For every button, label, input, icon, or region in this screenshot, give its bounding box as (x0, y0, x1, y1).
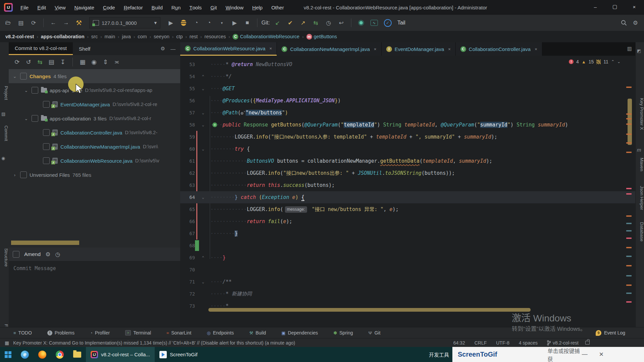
taskbar-edge-icon[interactable]: e (16, 347, 34, 362)
run-icon[interactable]: ▶ (167, 19, 174, 27)
hide-panel-icon[interactable]: — (170, 46, 176, 52)
stripe-item-maven[interactable]: Maven (636, 158, 644, 171)
open-icon[interactable]: 🗁 (5, 19, 11, 26)
eye-icon[interactable]: ◉ (89, 58, 99, 66)
changelist-icon[interactable]: ▤ (46, 58, 56, 66)
close-tab-icon[interactable]: × (269, 46, 272, 51)
stripe-mark[interactable] (626, 301, 632, 303)
expand-icon[interactable]: ⇕ (100, 58, 110, 66)
toolwindow-button-spring[interactable]: ✽Spring (333, 330, 353, 335)
breadcrumb-item-collaborationwebresource[interactable]: CCollaborationWebResource (233, 34, 299, 40)
stripe-mark[interactable] (626, 230, 632, 231)
file-encoding[interactable]: UTF-8 (496, 340, 509, 346)
row-checkbox[interactable] (43, 101, 50, 108)
menu-navigate[interactable]: Navigate (70, 0, 99, 15)
stripe-mark[interactable] (626, 193, 632, 195)
stripe-mark[interactable] (626, 238, 632, 239)
code-area[interactable]: 53·····* @return NewButtonsVO54⌃·····*/5… (180, 56, 635, 315)
git-commit-icon[interactable]: ✔ (287, 19, 294, 27)
stripe-mark[interactable] (626, 247, 632, 248)
stripe-item-structure[interactable]: Structure (0, 248, 9, 267)
stripe-mark[interactable] (626, 142, 632, 144)
row-checkbox[interactable] (32, 87, 38, 94)
menu-file[interactable]: File (16, 0, 33, 15)
row-checkbox[interactable] (20, 171, 27, 178)
stripe-item-key-promoter-x[interactable]: Key Promoter X (636, 98, 644, 130)
group-icon[interactable]: ▦ (78, 58, 88, 66)
commit-history-icon[interactable]: ◷ (55, 251, 60, 258)
commit-tab-shelf[interactable]: Shelf (73, 42, 96, 55)
tab-options-icon[interactable]: ▥ (627, 46, 632, 52)
commit-stripe-icon[interactable]: ◉ (1, 156, 5, 161)
stg-close-icon[interactable]: ✕ (599, 351, 604, 358)
tree-row-changes[interactable]: ⌄Changes4 files (9, 69, 180, 83)
commit-message-input[interactable]: Commit Message (9, 261, 180, 327)
stripe-mark[interactable] (626, 118, 632, 119)
forward-icon[interactable]: → (63, 19, 69, 26)
toolwindow-button-build[interactable]: ⚒Build (249, 330, 266, 335)
menu-run[interactable]: Run (167, 0, 185, 15)
editor-tab-eventdomanager-java[interactable]: IEventDoManager.java× (382, 42, 456, 56)
fold-icon[interactable]: ⌄ (197, 143, 209, 155)
git-history-icon[interactable]: ◷ (325, 19, 332, 27)
stripe-mark[interactable] (626, 215, 632, 217)
tree-row-eventdomanager-java[interactable]: EventDoManager.javaD:\svn\v5\v8.2-col-re (9, 97, 180, 111)
breadcrumb-item-rest[interactable]: rest (190, 34, 198, 39)
taskbar-chrome-icon[interactable] (51, 347, 68, 362)
stripe-mark[interactable] (626, 293, 632, 294)
coverage-icon[interactable]: ◔ (193, 19, 200, 26)
rollback-icon[interactable]: ↺ (23, 58, 34, 66)
stripe-mark[interactable] (626, 275, 632, 276)
tree-row-apps-api[interactable]: ⌄apps-api1 fileD:\svn\v5\v8.2-col-rest\a… (9, 83, 180, 97)
taskbar-explorer-icon[interactable] (68, 347, 86, 362)
minimize-window-icon[interactable]: – (586, 0, 605, 13)
tree-row-apps-collaboration[interactable]: ⌄apps-collaboration3 filesD:\svn\v5\v8.2… (9, 111, 180, 125)
indent-size[interactable]: 4 spaces (519, 340, 538, 346)
project-folder-icon[interactable]: ▨ (1, 111, 5, 116)
commit-tab-active[interactable]: Commit to v8.2-col-rest (9, 42, 73, 55)
sync-icon[interactable]: ⟳ (30, 19, 37, 27)
editor-tab-collaborationnewmanagerimpl-java[interactable]: CCollaborationNewManagerImpl.java× (277, 42, 381, 56)
maximize-window-icon[interactable]: ▢ (605, 0, 625, 13)
row-checkbox[interactable] (43, 157, 50, 164)
close-tab-icon[interactable]: × (448, 47, 451, 52)
breadcrumb-item-src[interactable]: src (91, 34, 98, 39)
taskbar-firefox-icon[interactable] (34, 347, 51, 362)
notifications-bell-icon[interactable]: ◩ (637, 48, 641, 53)
breadcrumb-item-getbuttons[interactable]: mgetButtons (306, 34, 337, 40)
horizontal-scrollbar-thumb[interactable] (208, 308, 531, 312)
menu-tools[interactable]: Tools (185, 0, 206, 15)
breadcrumb-item-apps-collaboration[interactable]: apps-collaboration (41, 34, 85, 39)
debug-icon[interactable] (180, 20, 187, 26)
stripe-mark[interactable] (626, 134, 632, 135)
chevron-icon[interactable]: ⌄ (23, 116, 29, 121)
profile-icon[interactable]: ◔ (206, 19, 212, 26)
run-secondary-icon[interactable]: ▶ (231, 19, 238, 27)
fold-icon[interactable]: ⌄ (197, 107, 209, 119)
stg-minimize-icon[interactable]: — (582, 351, 588, 358)
line-separator[interactable]: CRLF (475, 340, 487, 346)
menu-other[interactable]: Other (267, 0, 288, 15)
fold-icon[interactable]: ⌄ (197, 191, 209, 203)
toolwindow-button-profiler[interactable]: ◔Profiler (90, 330, 110, 335)
vertical-scrollbar-thumb[interactable] (628, 99, 632, 145)
menu-build[interactable]: Build (147, 0, 167, 15)
tree-row-collaborationcontroller-java[interactable]: CollaborationController.javaD:\svn\v5\v8… (9, 125, 180, 140)
merge-icon[interactable]: ⇆ (35, 58, 45, 66)
start-button[interactable] (0, 347, 16, 362)
git-push-icon[interactable]: ↗ (300, 19, 306, 27)
run-configuration-select[interactable]: 127.0.0.1_8000 ▾ (89, 17, 160, 29)
status-message[interactable]: Key Promoter X: Command Go to Implementa… (13, 340, 295, 346)
prev-problem-icon[interactable]: ⌃ (611, 59, 614, 64)
toolwindow-button-git[interactable]: ΨGit (368, 330, 381, 335)
close-window-icon[interactable]: × (625, 0, 644, 13)
fold-icon[interactable]: ⌃ (197, 252, 209, 264)
search-icon[interactable] (621, 20, 627, 26)
stripe-mark[interactable] (626, 87, 632, 88)
maven-icon[interactable]: m (637, 147, 641, 153)
menu-refactor[interactable]: Refactor (119, 0, 147, 15)
breadcrumb-item-main[interactable]: main (105, 34, 115, 39)
toolwindow-button-terminal[interactable]: >Terminal (125, 330, 151, 335)
row-checkbox[interactable] (43, 129, 50, 136)
fold-icon[interactable]: ⌄ (197, 83, 209, 95)
